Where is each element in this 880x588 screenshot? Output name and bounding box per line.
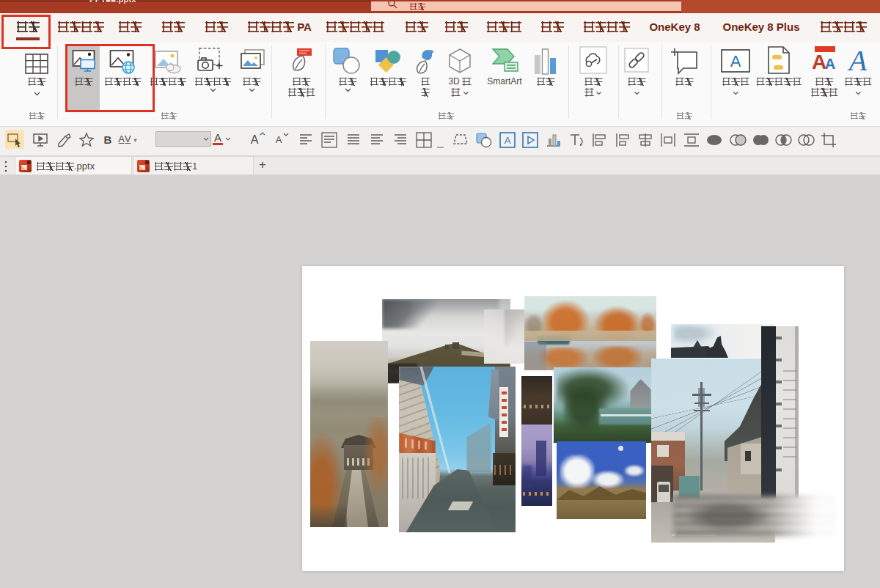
svg-text:A: A bbox=[505, 135, 511, 146]
svg-text:A: A bbox=[825, 56, 835, 72]
svg-text:A: A bbox=[251, 133, 259, 146]
svg-text:A: A bbox=[214, 132, 221, 144]
svg-text:A: A bbox=[730, 52, 741, 70]
svg-text:A: A bbox=[847, 46, 868, 74]
svg-text:A: A bbox=[276, 134, 282, 145]
